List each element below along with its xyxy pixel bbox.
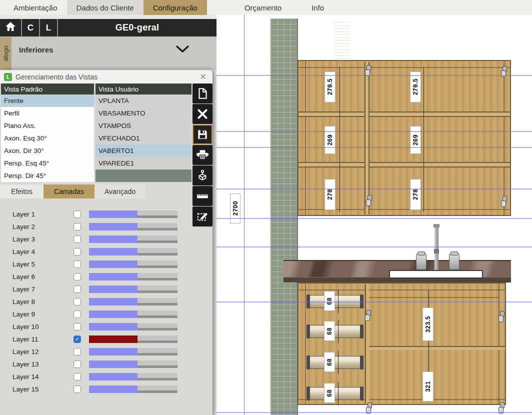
- layer-name: Layer 10: [12, 323, 39, 330]
- layer-color-slider[interactable]: [89, 348, 178, 356]
- standard-view-item[interactable]: Frente: [1, 94, 94, 107]
- background-plant-hint: [334, 21, 350, 62]
- layer-color-slider[interactable]: [89, 236, 178, 243]
- tap-handle: [416, 254, 426, 270]
- user-view-item[interactable]: VTAMPOS: [96, 120, 192, 132]
- dialog-tab-efeitos[interactable]: Efeitos: [0, 184, 44, 198]
- main-tab-ambientação[interactable]: Ambientação: [4, 0, 67, 15]
- drawing-viewport[interactable]: 2700 279.5 269 278 279.5 269 278: [216, 15, 532, 415]
- layer-checkbox[interactable]: [74, 373, 81, 380]
- layer-color-slider[interactable]: [89, 298, 178, 306]
- layer-checkbox[interactable]: [74, 286, 81, 293]
- layer-row: Layer 13: [0, 358, 190, 371]
- dialog-shadow-gap: [212, 70, 216, 415]
- layer-name: Layer 1: [12, 210, 35, 218]
- measure-button[interactable]: [192, 186, 212, 206]
- standard-view-item[interactable]: Axon. Dir 30°: [1, 144, 94, 157]
- close-icon[interactable]: ✕: [200, 72, 206, 82]
- layer-checkbox[interactable]: [74, 248, 81, 256]
- main-tab-orçamento[interactable]: Orçamento: [235, 0, 291, 15]
- layer-color-slider[interactable]: [89, 360, 178, 368]
- standard-view-item[interactable]: Persp. Esq 45°: [1, 157, 94, 170]
- chevron-down-icon[interactable]: [176, 45, 189, 53]
- standard-view-item[interactable]: Plano Ass.: [1, 120, 94, 132]
- guide-line: [216, 75, 532, 76]
- upper-shelf-dimension: 278: [324, 179, 336, 210]
- layer-list: Layer 1Layer 2Layer 3Layer 4Layer 5Layer…: [0, 208, 190, 396]
- dialog-title: Gerenciamento das Vistas: [16, 73, 98, 81]
- layer-checkbox[interactable]: [74, 360, 81, 368]
- views-management-dialog: L Gerenciamento das Vistas ✕ Vista Padrã…: [0, 70, 212, 415]
- wall-height-dimension: 2700: [230, 194, 240, 224]
- upper-shelf-dimension: 269: [324, 126, 336, 154]
- dialog-titlebar[interactable]: L Gerenciamento das Vistas ✕: [0, 70, 212, 84]
- user-view-item[interactable]: VABERTO1: [96, 144, 192, 157]
- delete-view-button[interactable]: [192, 104, 212, 124]
- layer-color-slider[interactable]: [89, 223, 178, 230]
- user-view-item[interactable]: VPAREDE1: [96, 157, 192, 170]
- new-view-button[interactable]: [192, 84, 212, 104]
- guide-line: [216, 412, 532, 413]
- layer-name: Layer 2: [12, 223, 35, 230]
- layer-color-slider[interactable]: [89, 386, 178, 393]
- app-logo-icon: L: [4, 73, 12, 81]
- layer-name: Layer 14: [12, 373, 39, 380]
- layer-color-slider[interactable]: [89, 260, 178, 268]
- layer-color-slider[interactable]: [89, 373, 178, 380]
- view-3d-button[interactable]: [192, 166, 212, 186]
- layer-checkbox[interactable]: [74, 386, 81, 393]
- dialog-tab-strip: EfeitosCamadasAvançado: [0, 184, 146, 198]
- user-view-item[interactable]: [96, 170, 192, 182]
- layer-row: Layer 2: [0, 221, 190, 234]
- layer-checkbox[interactable]: [74, 298, 81, 306]
- page-icon: [196, 87, 209, 100]
- drawer-dimension: 68: [324, 291, 335, 311]
- standard-view-item[interactable]: Persp. Dir 45°: [1, 170, 94, 182]
- user-views-header: Vista Usuário: [96, 84, 192, 94]
- main-tab-info[interactable]: Info: [302, 0, 334, 15]
- c-button[interactable]: C: [22, 19, 39, 36]
- door-dimension: 321: [422, 372, 434, 402]
- home-button[interactable]: [0, 19, 21, 36]
- layer-color-slider[interactable]: [89, 286, 178, 293]
- layer-name: Layer 13: [12, 360, 39, 368]
- layer-checkbox[interactable]: [74, 223, 81, 230]
- layer-checkbox[interactable]: [74, 210, 81, 218]
- guide-line: [216, 218, 532, 219]
- save-view-button[interactable]: [192, 124, 212, 144]
- l-button[interactable]: L: [40, 19, 57, 36]
- layer-color-slider[interactable]: [89, 273, 178, 280]
- catalog-vertical-tab[interactable]: álogo: [0, 37, 12, 70]
- layer-name: Layer 8: [12, 298, 35, 306]
- hinge-icon: [498, 311, 506, 322]
- catalog-name-title: GE0-geral: [58, 19, 216, 36]
- print-view-button[interactable]: [192, 145, 212, 165]
- layer-color-slider[interactable]: [89, 310, 178, 318]
- faucet-tip: [434, 224, 440, 228]
- dialog-tab-avançado[interactable]: Avançado: [94, 184, 146, 198]
- layer-checkbox[interactable]: [74, 348, 81, 356]
- layer-checkbox[interactable]: [74, 310, 81, 318]
- user-view-item[interactable]: VFECHADO1: [96, 132, 192, 144]
- user-view-item[interactable]: VPLANTA: [96, 94, 192, 107]
- guide-line: [216, 147, 532, 148]
- layer-checkbox[interactable]: [74, 236, 81, 243]
- layer-color-slider[interactable]: [89, 210, 178, 218]
- layer-checkbox[interactable]: [74, 260, 81, 268]
- user-views-column: Vista Usuário VPLANTAVBASAMENTOVTAMPOSVF…: [96, 84, 192, 182]
- layer-checkbox[interactable]: ✓: [74, 336, 81, 343]
- layer-checkbox[interactable]: [74, 273, 81, 280]
- main-tab-configuração[interactable]: Configuração: [144, 0, 207, 15]
- edit-view-button[interactable]: [192, 206, 212, 226]
- dialog-tab-camadas[interactable]: Camadas: [44, 184, 94, 198]
- standard-view-item[interactable]: Perfil: [1, 107, 94, 120]
- layer-checkbox[interactable]: [74, 323, 81, 330]
- layer-color-slider[interactable]: [89, 336, 178, 343]
- standard-view-item[interactable]: Axon. Esq 30°: [1, 132, 94, 144]
- user-view-item[interactable]: VBASAMENTO: [96, 107, 192, 120]
- layer-color-slider[interactable]: [89, 248, 178, 256]
- layer-row: Layer 15: [0, 384, 190, 396]
- drawer-dimension: 68: [324, 321, 335, 341]
- main-tab-dados-do-cliente[interactable]: Dados do Cliente: [67, 0, 144, 15]
- layer-color-slider[interactable]: [89, 323, 178, 330]
